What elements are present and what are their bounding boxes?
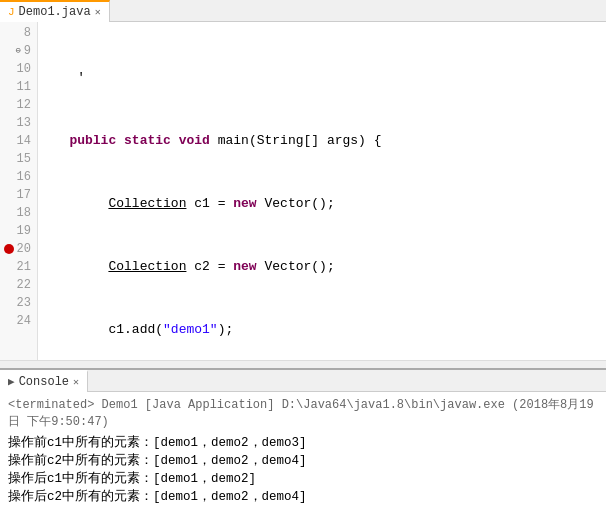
line-num-12: 12	[0, 96, 37, 114]
editor-tab[interactable]: J Demo1.java ✕	[0, 0, 110, 22]
line-num-18: 18	[0, 204, 37, 222]
line-num-15: 15	[0, 150, 37, 168]
console-output-line-4: 操作后c2中所有的元素：[demo1，demo2，demo4]	[8, 488, 598, 506]
line-num-9: ⊖9	[0, 42, 37, 60]
console-output-line-2: 操作前c2中所有的元素：[demo1，demo2，demo4]	[8, 452, 598, 470]
code-line-12: c1.add("demo1");	[46, 321, 606, 339]
console-content[interactable]: <terminated> Demo1 [Java Application] D:…	[0, 392, 606, 511]
breakpoint-icon-20[interactable]	[4, 244, 14, 254]
line-num-16: 16	[0, 168, 37, 186]
code-line-9: public static void main(String[] args) {	[46, 132, 606, 150]
line-num-14: 14	[0, 132, 37, 150]
line-num-19: 19	[0, 222, 37, 240]
line-num-8: 8	[0, 24, 37, 42]
code-area: 8 ⊖9 10 11 12 13 14 15 16 17 18 19 20	[0, 22, 606, 360]
line-num-22: 22	[0, 276, 37, 294]
console-tab-label: Console	[19, 375, 69, 389]
editor-panel: J Demo1.java ✕ 8 ⊖9 10 11 12 13 14 15 16…	[0, 0, 606, 370]
tab-label: Demo1.java	[19, 5, 91, 19]
code-line-11: Collection c2 = new Vector();	[46, 258, 606, 276]
line-num-11: 11	[0, 78, 37, 96]
console-output-line-3: 操作后c1中所有的元素：[demo1，demo2]	[8, 470, 598, 488]
console-icon: ▶	[8, 375, 15, 388]
line-num-21: 21	[0, 258, 37, 276]
console-terminated-line: <terminated> Demo1 [Java Application] D:…	[8, 396, 598, 430]
editor-scrollbar-h[interactable]	[0, 360, 606, 368]
line-num-23: 23	[0, 294, 37, 312]
editor-tab-bar: J Demo1.java ✕	[0, 0, 606, 22]
console-tab[interactable]: ▶ Console ✕	[0, 370, 88, 392]
code-line-10: Collection c1 = new Vector();	[46, 195, 606, 213]
line-num-24: 24	[0, 312, 37, 330]
code-content[interactable]: ' public static void main(String[] args)…	[38, 22, 606, 360]
code-line-8: '	[46, 69, 606, 87]
console-tab-close-icon[interactable]: ✕	[73, 376, 79, 388]
java-file-icon: J	[8, 6, 15, 18]
fold-icon-9[interactable]: ⊖	[15, 42, 20, 60]
line-num-10: 10	[0, 60, 37, 78]
tab-close-icon[interactable]: ✕	[95, 6, 101, 18]
console-tab-bar: ▶ Console ✕	[0, 370, 606, 392]
line-num-17: 17	[0, 186, 37, 204]
console-panel: ▶ Console ✕ <terminated> Demo1 [Java App…	[0, 370, 606, 511]
console-output-line-1: 操作前c1中所有的元素：[demo1，demo2，demo3]	[8, 434, 598, 452]
line-num-20: 20	[0, 240, 37, 258]
line-num-13: 13	[0, 114, 37, 132]
line-numbers: 8 ⊖9 10 11 12 13 14 15 16 17 18 19 20	[0, 22, 38, 360]
